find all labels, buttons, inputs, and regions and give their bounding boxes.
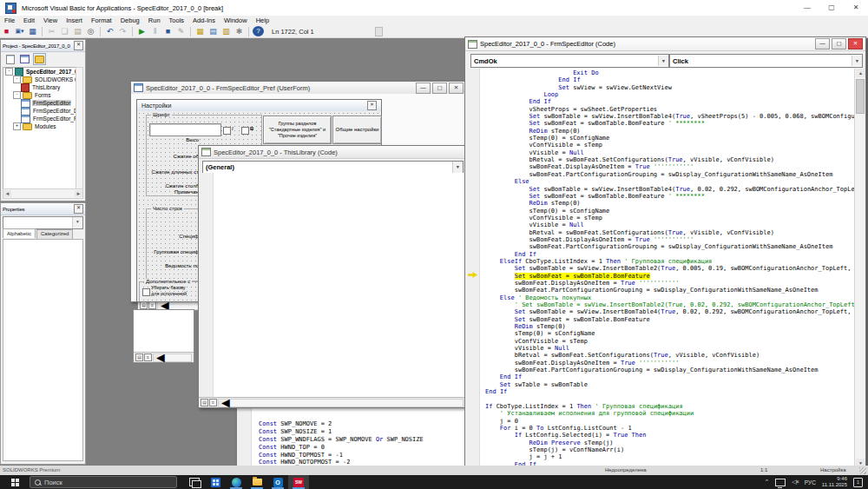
- undo-icon[interactable]: ↶: [104, 26, 115, 36]
- properties-panel-header[interactable]: Properties ✕: [1, 203, 85, 215]
- minimize-icon[interactable]: —: [416, 83, 431, 94]
- task-view-button[interactable]: [184, 475, 205, 489]
- close-button[interactable]: ✕: [844, 0, 868, 16]
- hidden-icons-chevron-icon[interactable]: ⌃: [764, 479, 769, 486]
- taskbar-app-outlook[interactable]: O: [267, 475, 288, 489]
- taskbar-clock[interactable]: 9:46 11.11.2025: [822, 476, 847, 488]
- tree-item-thislibrary[interactable]: ThisLibrary: [3, 83, 76, 91]
- view-code-button[interactable]: [3, 53, 16, 65]
- menu-help[interactable]: Help: [252, 16, 273, 25]
- expand-icon[interactable]: +: [13, 122, 21, 130]
- tree-item-frmspeceditor[interactable]: FrmSpecEditor: [3, 99, 76, 107]
- insert-userform-icon[interactable]: ▣▾: [14, 26, 25, 36]
- menu-insert[interactable]: Insert: [62, 16, 87, 25]
- tab-categorized[interactable]: Categorized: [36, 229, 73, 239]
- toolbar-options-grip[interactable]: [375, 27, 383, 36]
- bold-checkbox[interactable]: [241, 127, 249, 135]
- object-dropdown[interactable]: (General) ▾: [202, 161, 464, 174]
- minimize-button[interactable]: —: [795, 0, 819, 16]
- collapse-icon[interactable]: -: [13, 76, 21, 83]
- break-icon[interactable]: ‖: [149, 26, 161, 36]
- code-window-titlebar[interactable]: SpecEditor_2017_0_0 - FrmSpecEditor (Cod…: [465, 37, 865, 51]
- menu-run[interactable]: Run: [144, 16, 165, 25]
- network-icon[interactable]: [775, 479, 786, 486]
- toolbox-icon[interactable]: ✱: [233, 26, 245, 36]
- remove-base-checkbox[interactable]: [142, 288, 150, 296]
- scroll-right-icon[interactable]: ►: [75, 190, 82, 197]
- menu-format[interactable]: Format: [87, 16, 116, 25]
- menu-debug[interactable]: Debug: [116, 16, 144, 25]
- thislibrary-window-titlebar[interactable]: SpecEditor_2017_0_0 - ThisLibrary (Code): [199, 146, 465, 159]
- scroll-left-icon[interactable]: ◄: [158, 303, 166, 308]
- menu-view[interactable]: View: [39, 16, 62, 25]
- module-view-icon[interactable]: ≡: [148, 301, 156, 309]
- cut-icon[interactable]: ✂: [46, 26, 57, 36]
- module-code-window-fragment[interactable]: Const SWP_NOMOVE = 2Const SWP_NOSIZE = 1…: [236, 406, 470, 467]
- language-indicator[interactable]: РУС: [805, 479, 816, 486]
- section-groups-button[interactable]: Группы разделов"Стандартные изделия" и"П…: [263, 116, 332, 144]
- run-icon[interactable]: ▶: [136, 26, 148, 36]
- tree-item-solidworks-objects[interactable]: -SOLIDWORKS Objects: [3, 76, 76, 83]
- close-icon[interactable]: ✕: [848, 38, 863, 50]
- italic-checkbox[interactable]: [223, 127, 231, 135]
- project-tree-vscrollbar[interactable]: [76, 67, 83, 189]
- scrollbar-thumb[interactable]: [856, 79, 865, 114]
- project-explorer-icon[interactable]: ▦: [194, 26, 206, 36]
- properties-window-icon[interactable]: ▤: [207, 26, 219, 36]
- procedure-view-icon[interactable]: ▤: [135, 354, 143, 361]
- module-view-icon[interactable]: ≡: [209, 399, 217, 406]
- start-button[interactable]: [0, 475, 30, 489]
- view-object-button[interactable]: [18, 53, 31, 65]
- tree-item-modules[interactable]: +Modules: [3, 122, 76, 130]
- taskbar-search-input[interactable]: Поиск: [30, 476, 177, 488]
- restore-icon[interactable]: ▢: [832, 38, 846, 50]
- tab-alphabetic[interactable]: Alphabetic: [3, 228, 36, 238]
- tree-item-forms[interactable]: -Forms: [3, 91, 76, 99]
- project-tree-hscrollbar[interactable]: ◄ ►: [3, 188, 83, 199]
- project-panel-header[interactable]: Project - SpecEditor_2017_0_0 ✕: [1, 40, 85, 52]
- solidworks-view-icon[interactable]: ■: [1, 26, 12, 36]
- toggle-folders-button[interactable]: [33, 53, 46, 65]
- object-browser-icon[interactable]: ▥: [220, 26, 232, 36]
- hscrollbar[interactable]: ◄: [153, 354, 192, 362]
- menu-edit[interactable]: Edit: [19, 16, 39, 25]
- collapse-icon[interactable]: -: [5, 68, 13, 76]
- hscrollbar[interactable]: ◄: [157, 301, 201, 310]
- event-dropdown[interactable]: Click ▾: [669, 54, 863, 68]
- font-name-field[interactable]: [149, 123, 221, 136]
- object-dropdown[interactable]: CmdOk ▾: [470, 54, 669, 68]
- find-icon[interactable]: ◎: [85, 26, 96, 36]
- taskbar-app-blue-grid[interactable]: [205, 475, 226, 489]
- menu-addins[interactable]: Add-Ins: [188, 16, 220, 25]
- design-mode-icon[interactable]: ✎: [175, 26, 187, 36]
- close-icon[interactable]: ✕: [449, 83, 464, 94]
- collapse-icon[interactable]: -: [13, 91, 21, 99]
- save-icon[interactable]: ▦: [27, 26, 38, 36]
- properties-list[interactable]: [3, 239, 83, 461]
- redo-icon[interactable]: ↷: [117, 26, 128, 36]
- code-area[interactable]: Exit Do End If Set swView = swView.GetNe…: [465, 69, 865, 467]
- resize-grip[interactable]: [859, 467, 866, 474]
- module-view-icon[interactable]: ≡: [144, 354, 152, 361]
- menu-tools[interactable]: Tools: [165, 16, 189, 25]
- code-area[interactable]: [199, 173, 465, 398]
- menu-window[interactable]: Window: [220, 16, 252, 25]
- help-icon[interactable]: ?: [253, 26, 264, 36]
- userform-window-titlebar[interactable]: SpecEditor_2017_0_0 - FrmSpecEditor_Pref…: [131, 82, 466, 95]
- reset-icon[interactable]: ■: [162, 26, 174, 36]
- taskbar-app-file-explorer[interactable]: [247, 475, 267, 489]
- tree-item-speceditor-2017-0-0[interactable]: -SpecEditor_2017_0_0: [3, 68, 76, 76]
- scroll-left-icon[interactable]: ◄: [154, 355, 161, 360]
- app-titlebar[interactable]: Microsoft Visual Basic for Applications …: [0, 0, 868, 17]
- taskbar-app-edge[interactable]: [226, 475, 247, 489]
- copy-icon[interactable]: ❏: [59, 26, 70, 36]
- action-center-icon[interactable]: 1: [853, 478, 863, 487]
- scroll-left-icon[interactable]: ◄: [219, 400, 227, 406]
- close-icon[interactable]: ✕: [74, 204, 83, 214]
- properties-object-dropdown[interactable]: ▾: [3, 216, 83, 229]
- restore-icon[interactable]: ▢: [432, 83, 447, 94]
- code-area[interactable]: Const SWP_NOMOVE = 2Const SWP_NOSIZE = 1…: [259, 420, 470, 466]
- volume-muted-icon[interactable]: ◁×: [792, 479, 798, 486]
- minimize-icon[interactable]: —: [815, 38, 830, 50]
- maximize-button[interactable]: ▢: [819, 0, 844, 16]
